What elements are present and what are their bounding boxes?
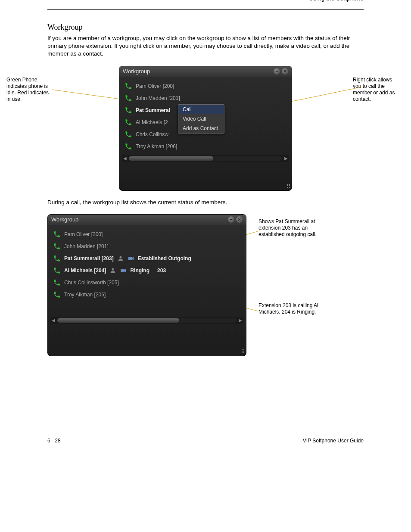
close-icon xyxy=(283,69,287,73)
phone-status-icon xyxy=(53,255,61,262)
footer-rule xyxy=(47,434,364,434)
close-button[interactable] xyxy=(236,216,243,223)
list-item[interactable]: Al Michaels [204]Ringing203 xyxy=(50,264,243,277)
scroll-left-button[interactable]: ◀ xyxy=(50,317,56,324)
phone-icon xyxy=(53,243,61,250)
list-item[interactable]: Pam Oliver [200] xyxy=(50,228,243,240)
phone-status-icon xyxy=(53,243,61,250)
phone-icon xyxy=(125,106,132,114)
person-status-icon xyxy=(109,267,116,274)
phone-icon xyxy=(53,255,61,262)
fig1-callout-right: Right click allows you to call the membe… xyxy=(353,77,400,103)
close-icon xyxy=(237,218,241,221)
phone-status-icon xyxy=(53,279,61,286)
header-right: Using the Softphone xyxy=(47,0,364,2)
member-name: Pam Oliver [200] xyxy=(136,83,174,89)
phone-icon xyxy=(53,291,61,299)
list-item[interactable]: Troy Aikman [206] xyxy=(50,289,243,301)
list-item[interactable]: John Madden [201] xyxy=(122,92,289,104)
call-status: Ringing xyxy=(130,268,149,274)
member-name: Pat Summeral xyxy=(136,107,170,113)
person-status-icon xyxy=(117,255,124,262)
svg-rect-5 xyxy=(230,219,232,220)
figure-2-wrap: Shows Pat Summerall at extension 203 has… xyxy=(47,214,364,356)
member-name: John Madden [201] xyxy=(136,95,180,101)
svg-rect-2 xyxy=(276,71,278,72)
ringing-extension: 203 xyxy=(157,268,166,274)
person-icon xyxy=(109,267,116,274)
phone-status-icon xyxy=(125,131,132,138)
fig2-callout-top: Shows Pat Summerall at extension 203 has… xyxy=(258,218,323,238)
title-bar: Workgroup xyxy=(48,215,246,225)
svg-line-0 xyxy=(52,90,129,100)
title-bar: Workgroup xyxy=(119,66,292,77)
phone-status-icon xyxy=(125,143,132,150)
fig1-callout-left: Green Phone indicates phone is idle. Red… xyxy=(6,77,50,103)
phone-status-icon xyxy=(125,106,132,114)
member-name: Al Michaels [204] xyxy=(64,268,106,274)
phone-status-icon xyxy=(53,267,61,274)
scrollbar[interactable]: ◀ ▶ xyxy=(122,155,289,162)
minimize-icon xyxy=(229,218,233,221)
workgroup-panel-2: Workgroup Pam Oliver [200]John Madden [2… xyxy=(47,214,246,356)
minimize-button[interactable] xyxy=(274,68,280,75)
context-menu-item[interactable]: Call xyxy=(178,105,224,114)
scroll-track[interactable] xyxy=(57,318,237,323)
phone-icon xyxy=(53,279,61,286)
call-status: Established Outgoing xyxy=(138,255,191,261)
context-menu-item[interactable]: Video Call xyxy=(178,114,224,124)
scroll-right-button[interactable]: ▶ xyxy=(237,317,243,324)
panel-title: Workgroup xyxy=(51,216,78,223)
member-name: Al Michaels [2 xyxy=(136,119,168,125)
footer-doc-title: VIP Softphone User Guide xyxy=(303,438,364,444)
close-button[interactable] xyxy=(282,68,288,75)
phone-icon xyxy=(53,230,61,238)
header-rule xyxy=(47,9,364,10)
list-item[interactable]: Troy Aikman [206] xyxy=(122,140,289,152)
list-item[interactable]: Pat Summerall [203]Established Outgoing xyxy=(50,252,243,264)
page-number: 6 - 28 xyxy=(47,438,61,444)
phone-status-icon xyxy=(53,230,61,238)
minimize-button[interactable] xyxy=(228,216,234,223)
scroll-left-button[interactable]: ◀ xyxy=(122,156,128,162)
scroll-right-button[interactable]: ▶ xyxy=(283,156,289,162)
video-status-icon xyxy=(120,267,127,274)
panel-title: Workgroup xyxy=(123,68,150,75)
minimize-icon xyxy=(275,69,279,73)
phone-icon xyxy=(125,118,132,126)
figure-1-wrap: Green Phone indicates phone is idle. Red… xyxy=(47,66,364,191)
scrollbar[interactable]: ◀ ▶ xyxy=(50,317,243,324)
phone-status-icon xyxy=(125,94,132,102)
phone-icon xyxy=(125,143,132,150)
member-name: Pat Summerall [203] xyxy=(64,255,114,261)
member-name: John Madden [201] xyxy=(64,243,109,249)
phone-icon xyxy=(125,82,132,90)
video-icon xyxy=(120,267,127,274)
member-name: Troy Aikman [206] xyxy=(64,292,106,298)
member-list: Pam Oliver [200]John Madden [201]Pat Sum… xyxy=(48,225,246,315)
person-icon xyxy=(117,255,124,262)
scroll-thumb[interactable] xyxy=(57,318,179,323)
fig2-callout-bottom: Extension 203 is calling Al Michaels. 20… xyxy=(258,302,327,315)
member-name: Pam Oliver [200] xyxy=(64,231,103,237)
scroll-track[interactable] xyxy=(129,156,282,161)
context-menu-item[interactable]: Add as Contact xyxy=(178,124,224,133)
video-status-icon xyxy=(128,255,134,262)
phone-icon xyxy=(53,267,61,274)
list-item[interactable]: Pam Oliver [200] xyxy=(122,80,289,92)
phone-status-icon xyxy=(125,118,132,126)
list-item[interactable]: Chris Collinsworth [205] xyxy=(50,277,243,289)
phone-icon xyxy=(125,94,132,102)
member-name: Troy Aikman [206] xyxy=(136,143,177,149)
member-name: Chris Collinsw xyxy=(136,131,168,137)
scroll-thumb[interactable] xyxy=(129,156,213,161)
resize-grip-icon[interactable]: ⠿ xyxy=(241,348,244,355)
phone-icon xyxy=(125,131,132,138)
resize-grip-icon[interactable]: ⠿ xyxy=(286,183,290,190)
section-title: Workgroup xyxy=(47,23,364,32)
section-intro: If you are a member of a workgroup, you … xyxy=(47,34,364,58)
phone-status-icon xyxy=(53,291,61,299)
context-menu[interactable]: CallVideo CallAdd as Contact xyxy=(178,104,224,134)
video-icon xyxy=(128,255,134,262)
list-item[interactable]: John Madden [201] xyxy=(50,240,243,252)
